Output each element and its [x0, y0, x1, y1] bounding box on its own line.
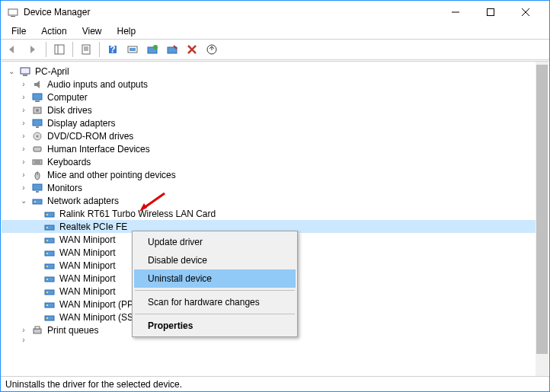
context-menu-item[interactable]: Update driver	[134, 233, 296, 251]
help-button[interactable]: ?	[104, 40, 122, 59]
menu-help[interactable]: Help	[111, 24, 142, 38]
tree-category[interactable]: ›Mice and other pointing devices	[2, 168, 548, 181]
svg-rect-53	[46, 292, 48, 293]
svg-rect-3	[488, 9, 494, 16]
add-legacy-hardware-button[interactable]	[203, 40, 221, 59]
window-title: Device Manager	[24, 7, 438, 18]
tree-device[interactable]: Ralink RT61 Turbo Wireless LAN Card	[2, 207, 548, 220]
context-menu-item[interactable]: Properties	[134, 317, 296, 335]
menu-view[interactable]: View	[76, 24, 108, 38]
svg-rect-43	[46, 227, 48, 228]
svg-text:?: ?	[110, 44, 115, 55]
collapse-icon[interactable]: ⌄	[18, 196, 29, 205]
properties-button[interactable]	[77, 40, 95, 59]
uninstall-device-button[interactable]	[183, 40, 201, 59]
svg-rect-57	[46, 317, 48, 319]
svg-rect-50	[45, 277, 54, 282]
printer-icon	[31, 324, 43, 336]
display-icon	[31, 117, 43, 129]
close-button[interactable]	[508, 1, 543, 24]
tree-root[interactable]: ⌄ PC-April	[2, 65, 548, 78]
menu-bar: File Action View Help	[1, 24, 549, 39]
tree-category-network[interactable]: ⌄ Network adapters	[2, 194, 548, 207]
expand-icon[interactable]: ›	[18, 132, 29, 140]
device-label: Ralink RT61 Turbo Wireless LAN Card	[58, 209, 217, 219]
device-label: WAN Miniport	[58, 234, 117, 245]
back-button[interactable]	[4, 40, 22, 59]
svg-point-29	[37, 135, 39, 137]
computer-icon	[31, 91, 43, 104]
tree-category[interactable]: ›	[2, 336, 548, 343]
category-label: Audio inputs and outputs	[46, 79, 149, 90]
svg-rect-41	[46, 214, 48, 215]
menu-file[interactable]: File	[5, 24, 32, 38]
tree-category[interactable]: ›Display adapters	[2, 116, 548, 129]
svg-rect-20	[21, 68, 30, 74]
category-label: Computer	[46, 92, 89, 103]
svg-rect-46	[45, 251, 54, 256]
expand-icon[interactable]: ›	[18, 158, 29, 166]
svg-rect-37	[36, 191, 39, 193]
show-hide-tree-button[interactable]	[50, 40, 69, 59]
menu-action[interactable]: Action	[35, 24, 72, 38]
keyboard-icon	[31, 156, 43, 168]
svg-rect-8	[82, 45, 90, 54]
category-label: Human Interface Devices	[46, 144, 152, 155]
context-menu: Update driverDisable deviceUninstall dev…	[132, 231, 298, 337]
audio-icon	[31, 78, 43, 91]
svg-point-25	[36, 109, 39, 112]
expand-icon[interactable]: ›	[18, 106, 29, 114]
svg-rect-26	[33, 120, 42, 126]
scrollbar-thumb[interactable]	[536, 65, 548, 354]
toolbar: ?	[1, 39, 549, 60]
minimize-button[interactable]	[438, 1, 473, 24]
app-icon	[7, 6, 19, 18]
context-menu-item[interactable]: Uninstall device	[134, 269, 296, 288]
svg-rect-27	[36, 126, 39, 128]
context-menu-item[interactable]: Scan for hardware changes	[134, 293, 296, 311]
svg-rect-49	[46, 266, 48, 267]
expand-icon[interactable]: ›	[18, 183, 29, 192]
svg-rect-21	[23, 75, 27, 76]
category-label: Disk drives	[46, 105, 94, 116]
svg-rect-6	[55, 45, 64, 54]
disable-device-button[interactable]	[163, 40, 181, 59]
device-label: WAN Miniport	[58, 286, 117, 297]
maximize-button[interactable]	[473, 1, 508, 24]
svg-rect-51	[46, 279, 48, 280]
expand-icon[interactable]: ›	[18, 326, 29, 334]
network-adapter-icon	[43, 221, 56, 233]
collapse-icon[interactable]: ⌄	[6, 67, 17, 75]
scan-hardware-button[interactable]	[123, 40, 142, 59]
tree-category[interactable]: ›Computer	[2, 91, 548, 104]
tree-category[interactable]: ›DVD/CD-ROM drives	[2, 129, 548, 142]
tree-category[interactable]: ›Disk drives	[2, 104, 548, 116]
hid-icon	[31, 143, 43, 155]
expand-icon[interactable]: ›	[18, 80, 29, 88]
category-label: Print queues	[46, 325, 100, 336]
root-label: PC-April	[34, 66, 71, 77]
svg-rect-47	[46, 253, 48, 254]
svg-point-17	[153, 45, 158, 49]
tree-category[interactable]: ›Monitors	[2, 181, 548, 194]
context-menu-item[interactable]: Disable device	[134, 251, 296, 269]
category-label: Network adapters	[46, 196, 120, 206]
expand-icon[interactable]: ›	[18, 171, 29, 179]
status-text: Uninstalls the driver for the selected d…	[5, 379, 182, 390]
expand-icon[interactable]: ›	[18, 93, 29, 101]
forward-button[interactable]	[24, 40, 42, 59]
scrollbar[interactable]	[536, 62, 548, 376]
svg-rect-52	[45, 290, 54, 295]
device-label: WAN Miniport	[58, 247, 117, 258]
tree-category[interactable]: ›Audio inputs and outputs	[2, 78, 548, 91]
network-adapter-icon	[43, 311, 56, 323]
disk-icon	[31, 104, 43, 116]
device-label: WAN Miniport	[58, 260, 117, 271]
svg-rect-30	[34, 147, 41, 151]
expand-icon[interactable]: ›	[18, 145, 29, 153]
expand-icon[interactable]: ›	[18, 119, 29, 127]
update-driver-button[interactable]	[143, 40, 161, 59]
tree-category[interactable]: ›Keyboards	[2, 155, 548, 168]
tree-category[interactable]: ›Human Interface Devices	[2, 142, 548, 155]
svg-rect-38	[33, 199, 42, 204]
